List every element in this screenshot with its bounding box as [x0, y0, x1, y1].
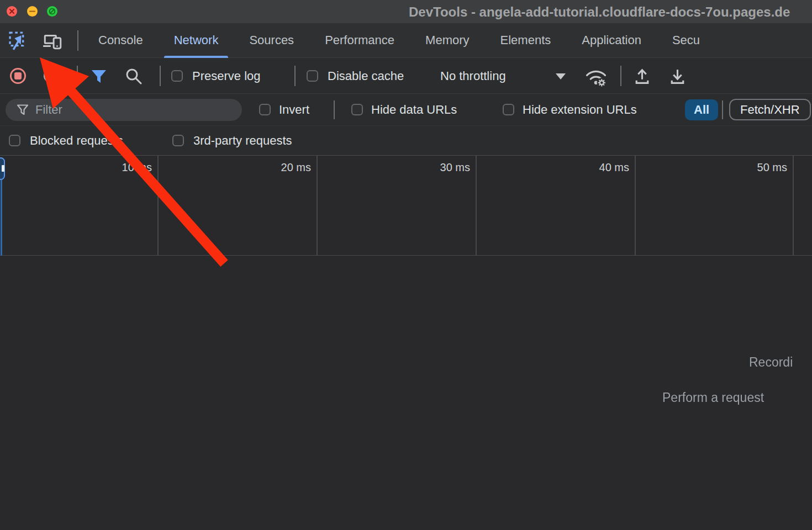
throttling-select[interactable]: No throttling [440, 58, 506, 94]
filter-divider [334, 100, 335, 119]
timeline-handle-grip [2, 165, 4, 172]
network-overview-timeline[interactable]: 10 ms 20 ms 30 ms 40 ms 50 ms [0, 156, 812, 256]
tabbar-divider [77, 30, 78, 51]
request-type-all-button[interactable]: All [685, 99, 718, 120]
invert-label: Invert [279, 94, 309, 126]
timeline-gridline [317, 156, 318, 255]
hide-extension-urls-checkbox[interactable] [503, 104, 514, 115]
filter-input[interactable] [35, 100, 229, 120]
export-har-icon[interactable] [668, 67, 687, 87]
clear-network-log-icon[interactable] [44, 70, 56, 82]
close-window-icon[interactable] [7, 6, 17, 17]
third-party-requests-label: 3rd-party requests [193, 126, 292, 156]
disable-cache-label: Disable cache [328, 58, 404, 94]
invert-checkbox[interactable] [259, 104, 271, 115]
timeline-tick-label: 20 ms [253, 161, 311, 174]
timeline-selection-line [1, 180, 2, 256]
toolbar-divider [160, 66, 161, 86]
panel-tabs: Console Network Sources Performance Memo… [83, 23, 715, 58]
toggle-device-toolbar-icon[interactable] [42, 30, 63, 51]
requests-empty-panel: Recordi Perform a request [0, 256, 812, 530]
tab-network[interactable]: Network [159, 23, 234, 58]
timeline-tick-label: 50 ms [729, 161, 787, 174]
timeline-gridline [476, 156, 477, 255]
preserve-log-checkbox[interactable] [171, 70, 183, 82]
tab-memory[interactable]: Memory [410, 23, 484, 58]
timeline-tick-label: 40 ms [571, 161, 629, 174]
preserve-log-label: Preserve log [192, 58, 261, 94]
blocked-requests-checkbox[interactable] [9, 135, 20, 146]
blocked-requests-label: Blocked requests [30, 126, 123, 156]
network-toolbar: Preserve log Disable cache No throttling [0, 58, 812, 94]
timeline-drag-handle[interactable] [0, 157, 5, 180]
timeline-gridline [635, 156, 636, 255]
network-conditions-icon[interactable] [584, 67, 608, 89]
tab-security[interactable]: Secu [657, 23, 715, 58]
timeline-tick-label: 30 ms [412, 161, 470, 174]
devtools-tabbar: Console Network Sources Performance Memo… [0, 23, 812, 58]
hide-extension-urls-label: Hide extension URLs [523, 94, 637, 126]
third-party-requests-checkbox[interactable] [172, 135, 184, 146]
toolbar-divider [77, 66, 78, 86]
tab-application[interactable]: Application [566, 23, 657, 58]
disable-cache-checkbox[interactable] [307, 70, 318, 82]
search-icon[interactable] [125, 67, 143, 87]
tab-console[interactable]: Console [83, 23, 159, 58]
record-network-log-button[interactable] [10, 68, 26, 84]
window-title: DevTools - angela-add-tutorial.cloudflar… [409, 0, 790, 23]
inspect-element-icon[interactable] [8, 30, 29, 51]
tab-performance[interactable]: Performance [309, 23, 410, 58]
recording-hint-text: Recordi [749, 355, 793, 370]
hide-data-urls-label: Hide data URLs [371, 94, 457, 126]
timeline-gridline [157, 156, 159, 255]
tab-elements[interactable]: Elements [485, 23, 567, 58]
filter-toggle-icon[interactable] [90, 67, 108, 87]
minimize-window-icon[interactable] [27, 6, 38, 17]
hide-data-urls-checkbox[interactable] [351, 104, 363, 115]
timeline-tick-label: 10 ms [94, 161, 152, 174]
request-type-fetch-xhr-button[interactable]: Fetch/XHR [729, 99, 811, 120]
network-filter-bar-row2: Blocked requests 3rd-party requests [0, 126, 812, 156]
throttling-caret-icon[interactable] [556, 73, 566, 80]
network-filter-bar: Invert Hide data URLs Hide extension URL… [0, 94, 812, 126]
import-har-icon[interactable] [632, 67, 652, 87]
toolbar-divider [294, 66, 296, 86]
filter-divider [722, 100, 723, 119]
perform-request-hint-text: Perform a request [662, 390, 764, 405]
record-stop-icon [14, 72, 22, 80]
tab-sources[interactable]: Sources [234, 23, 309, 58]
titlebar: DevTools - angela-add-tutorial.cloudflar… [0, 0, 812, 23]
toolbar-divider [620, 66, 621, 86]
filter-input-container[interactable] [6, 99, 242, 121]
timeline-gridline [793, 156, 794, 255]
zoom-window-icon[interactable] [47, 6, 57, 17]
filter-funnel-icon [17, 104, 29, 116]
